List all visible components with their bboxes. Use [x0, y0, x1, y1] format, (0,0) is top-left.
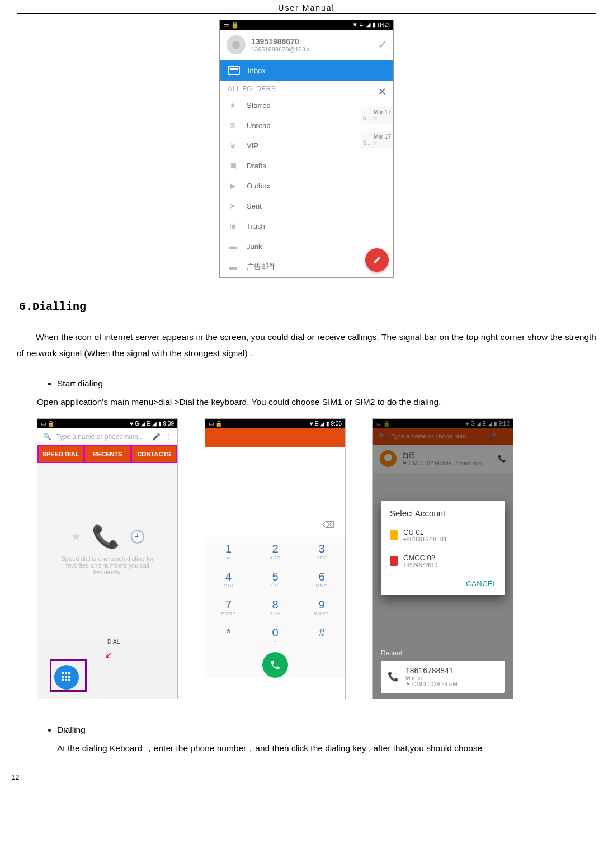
phone-icon: [270, 659, 281, 671]
mail-peek-2: Mar 17 5... ☆: [361, 131, 393, 148]
sim-option-1[interactable]: CU 01 +8618616788841: [381, 522, 505, 548]
key-4[interactable]: 4GHI: [205, 565, 252, 593]
bullet-list-2: Dialling: [17, 721, 596, 738]
trash-icon: 🗑: [228, 221, 238, 230]
star-icon: ★: [70, 530, 82, 544]
select-account-dialog: Select Account CU 01 +8618616788841 CMCC…: [381, 501, 505, 595]
clock-icon: 🕘: [130, 530, 145, 544]
account-email: 13951988670@163.c...: [251, 46, 315, 53]
dialer-shot-speed-dial: ▭ 🔒 ♥ G ◢ E ◢ ▮ 9:09 🔍 Type a name or ph…: [37, 418, 178, 699]
key-2[interactable]: 2ABC: [252, 537, 298, 565]
speed-dial-empty: ★ 📞 🕘 Speed dial is one touch dialing fo…: [37, 463, 177, 636]
compose-fab[interactable]: [365, 248, 389, 272]
key-7[interactable]: 7PQRS: [205, 593, 252, 621]
bullet-list-1: Start dialing: [17, 375, 596, 391]
drafts-icon: ▣: [228, 161, 238, 170]
lock-icon: 🔒: [231, 21, 239, 29]
call-button[interactable]: [262, 652, 288, 678]
folder-sent[interactable]: ➤Sent: [220, 196, 393, 216]
inbox-icon: [228, 66, 240, 75]
dial-keypad: 1∞ 2ABC 3DEF 4GHI 5JKL 6MNO 7PQRS 8TUV 9…: [205, 537, 345, 678]
search-placeholder: Type a name or phone num...: [56, 433, 144, 441]
sent-icon: ➤: [228, 201, 238, 210]
doc-header: User Manual: [17, 0, 596, 13]
backspace-icon[interactable]: ⌫: [322, 520, 335, 530]
dialer-shot-keypad: ▭ 🔒 ♥ E ◢ ▮ 9:06 ⌫ 1∞ 2ABC 3DEF 4GHI 5JK…: [205, 418, 346, 699]
dial-annotation-arrow: ↙: [105, 650, 112, 661]
folder-drafts[interactable]: ▣Drafts: [220, 155, 393, 176]
mail-peek-1: Mar 17 5... ☆: [361, 107, 393, 124]
key-8[interactable]: 8TUV: [252, 593, 298, 621]
check-icon: ✓: [378, 37, 388, 52]
tab-contacts[interactable]: CONTACTS: [131, 445, 177, 463]
section-para-1: When the icon of internet server appears…: [17, 329, 596, 362]
overflow-icon[interactable]: ⋮: [165, 433, 172, 441]
all-folders-label: ALL FOLDERS: [220, 81, 393, 95]
dialpad-icon: [62, 672, 72, 682]
phone-icon: 📞: [388, 671, 399, 682]
dialer-action-bar: [205, 428, 345, 447]
bullet-start-dialing: Start dialing: [57, 375, 596, 391]
sim-option-2[interactable]: CMCC 02 13524672610: [381, 548, 505, 574]
status-time: 8:53: [378, 22, 390, 29]
key-hash[interactable]: #: [299, 621, 345, 649]
net-icon: E: [359, 22, 363, 29]
screenshot-icon: ▭: [223, 21, 229, 29]
avatar-icon: [227, 35, 246, 54]
junk-icon: ▬: [228, 242, 238, 251]
mic-icon[interactable]: 🎤: [152, 433, 161, 441]
key-star[interactable]: *: [205, 621, 252, 649]
tab-recents[interactable]: RECENTS: [84, 445, 130, 463]
header-rule: [17, 13, 596, 14]
outbox-icon: ▶: [228, 181, 238, 190]
phone-icon: 📞: [92, 523, 120, 550]
tab-speed-dial[interactable]: SPEED DIAL: [37, 445, 84, 463]
folder-icon: ▬: [228, 262, 238, 271]
inbox-label: Inbox: [248, 67, 266, 75]
inbox-folder[interactable]: Inbox: [220, 60, 393, 81]
bullet-dialling: Dialling: [57, 721, 596, 738]
folder-trash[interactable]: 🗑Trash: [220, 216, 393, 236]
start-dialing-desc: Open application's main menu>dial >Dial …: [37, 394, 596, 410]
status-bar: ▭ 🔒 ▾ E ◢ ▮ 8:53: [220, 20, 393, 30]
dialer-tabs: SPEED DIAL RECENTS CONTACTS: [37, 445, 177, 463]
number-display: ⌫: [205, 447, 345, 537]
key-0[interactable]: 0+: [252, 621, 298, 649]
key-1[interactable]: 1∞: [205, 537, 252, 565]
status-bar: ▭ 🔒 ♥ E ◢ ▮ 9:06: [205, 419, 345, 428]
section-heading: 6.Dialling: [19, 300, 596, 313]
recent-section: Recent 📞 18616788841 Mobile ⚑ CMCC 029:2…: [373, 644, 513, 699]
recent-call-row[interactable]: 📞 18616788841 Mobile ⚑ CMCC 029:29 PM: [381, 661, 505, 693]
sim-icon: [390, 530, 398, 540]
close-icon[interactable]: ✕: [378, 86, 386, 98]
wifi-icon: ▾: [353, 21, 357, 29]
battery-icon: ▮: [372, 21, 376, 29]
pencil-icon: [372, 256, 381, 265]
page-number: 12: [11, 773, 19, 781]
mail-icon: ✉: [228, 121, 238, 130]
folder-outbox[interactable]: ▶Outbox: [220, 176, 393, 196]
key-5[interactable]: 5JKL: [252, 565, 298, 593]
sim-icon: [390, 556, 398, 566]
dialer-shot-select-account: ▭ 🔒 ♥ G ◢ E ◢ ▮ 9:12 🔍 Type a name or ph…: [372, 418, 513, 699]
dialog-title: Select Account: [381, 501, 505, 522]
recent-label: Recent: [381, 649, 505, 657]
star-icon: ★: [228, 101, 238, 110]
signal-icon: ◢: [366, 21, 370, 29]
key-3[interactable]: 3DEF: [299, 537, 345, 565]
cancel-button[interactable]: CANCEL: [466, 579, 497, 588]
dialer-screenshots-row: ▭ 🔒 ♥ G ◢ E ◢ ▮ 9:09 🔍 Type a name or ph…: [37, 418, 596, 699]
status-bar: ▭ 🔒 ♥ G ◢ E ◢ ▮ 9:09: [37, 419, 177, 428]
key-9[interactable]: 9WXYZ: [299, 593, 345, 621]
email-screenshot: ▭ 🔒 ▾ E ◢ ▮ 8:53 ✕ Mar 17 5... ☆ Mar 17 …: [219, 20, 394, 278]
crown-icon: ♛: [228, 141, 238, 150]
search-bar[interactable]: 🔍 Type a name or phone num... 🎤 ⋮: [37, 428, 177, 445]
dial-annotation-label: DIAL: [107, 639, 120, 645]
dialling-desc: At the dialing Keboard ，enter the phone …: [57, 740, 596, 756]
account-number: 13951988670: [251, 37, 315, 46]
search-icon: 🔍: [43, 433, 51, 441]
dialpad-fab[interactable]: [54, 665, 79, 690]
account-header[interactable]: 13951988670 13951988670@163.c... ✓: [220, 30, 393, 60]
key-6[interactable]: 6MNO: [299, 565, 345, 593]
